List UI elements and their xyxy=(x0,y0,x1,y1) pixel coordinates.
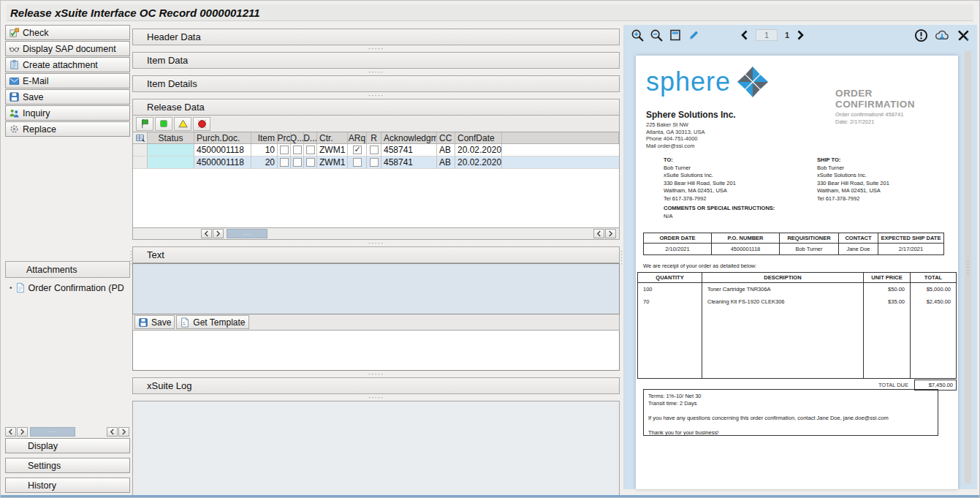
tools-icon xyxy=(957,29,970,42)
item-data-section[interactable]: Item Data xyxy=(132,52,620,69)
save-icon xyxy=(138,317,148,328)
splitter-grip[interactable] xyxy=(132,92,620,99)
col-r[interactable]: R xyxy=(367,132,381,144)
chevron-left-icon[interactable] xyxy=(593,229,604,238)
table-row[interactable]: 4500001118 20 ZWM1 458741 AB 20.02.2020 xyxy=(133,156,619,169)
d-checkbox[interactable] xyxy=(306,146,315,154)
col-item[interactable]: Item xyxy=(251,132,278,144)
items-header: TOTAL xyxy=(911,273,956,283)
select-all-icon[interactable] xyxy=(133,132,148,144)
chevron-right-icon[interactable] xyxy=(17,427,28,437)
previous-page-button[interactable] xyxy=(740,30,748,40)
viewer-splitter-grip[interactable] xyxy=(965,51,971,483)
green-flag-button[interactable] xyxy=(136,117,153,131)
col-cc[interactable]: CC xyxy=(437,132,455,144)
document-header: ORDER CONFIRMATION Order confirmation# 4… xyxy=(835,88,945,125)
prc-checkbox[interactable] xyxy=(280,158,289,167)
col-acknowledgment[interactable]: Acknowledgment xyxy=(381,132,437,144)
col-status[interactable]: Status xyxy=(148,132,194,144)
text-edit-area[interactable] xyxy=(132,331,620,371)
col-confdate[interactable]: ConfDate xyxy=(455,132,502,144)
chevron-left-icon[interactable] xyxy=(5,427,16,437)
display-sap-document-button[interactable]: Display SAP document xyxy=(5,41,130,56)
r-checkbox[interactable] xyxy=(370,146,379,154)
splitter-grip[interactable] xyxy=(132,371,620,377)
history-button[interactable]: History xyxy=(5,478,130,493)
release-data-section[interactable]: Release Data xyxy=(132,99,620,116)
xsuite-log-section[interactable]: xSuite Log xyxy=(132,377,620,394)
items-table: QUANTITY 100 70 DESCRIPTION Toner Cartri… xyxy=(637,272,957,379)
zoom-out-button[interactable] xyxy=(647,26,666,44)
row-selector[interactable] xyxy=(133,144,148,156)
zoom-in-button[interactable] xyxy=(628,26,647,44)
attachments-section: Attachments xyxy=(5,261,130,278)
chevron-left-icon[interactable] xyxy=(107,427,118,437)
text-section[interactable]: Text xyxy=(132,246,620,263)
item-qty: 100 xyxy=(638,283,702,295)
col-arq[interactable]: ARq xyxy=(348,132,367,144)
item-details-section[interactable]: Item Details xyxy=(132,75,620,92)
check-button[interactable]: Check xyxy=(5,25,130,40)
get-template-button[interactable]: Get Template xyxy=(176,315,248,329)
to-line: xSuite Solutions Inc. xyxy=(664,172,736,180)
next-page-button[interactable] xyxy=(797,30,805,40)
arq-checkbox[interactable] xyxy=(353,146,362,154)
ctr-cell: ZWM1 xyxy=(317,156,348,169)
col-ctr[interactable]: Ctr. xyxy=(317,132,348,144)
right-splitter[interactable] xyxy=(620,25,623,491)
attachments-header[interactable]: Attachments xyxy=(5,261,130,278)
create-attachment-button[interactable]: Create attachment xyxy=(5,57,130,72)
alert-button[interactable] xyxy=(911,26,930,44)
replace-button[interactable]: Replace xyxy=(5,121,130,137)
green-square-button[interactable] xyxy=(155,117,172,131)
button-label: Save xyxy=(151,317,171,328)
order-info-value: Jane Doe xyxy=(839,244,878,254)
prc-checkbox[interactable] xyxy=(280,146,289,154)
attachment-item[interactable]: • Order Confirmation (PD xyxy=(10,282,124,293)
splitter-grip[interactable] xyxy=(132,394,620,401)
row-selector[interactable] xyxy=(133,156,148,169)
red-circle-button[interactable] xyxy=(193,117,210,131)
splitter-grip[interactable] xyxy=(132,240,620,246)
splitter-grip[interactable] xyxy=(132,69,620,75)
fit-page-button[interactable] xyxy=(666,26,685,44)
display-button[interactable]: Display xyxy=(5,438,130,453)
scrollbar-thumb[interactable] xyxy=(227,229,267,238)
col-purch-doc[interactable]: Purch.Doc. xyxy=(194,132,251,144)
download-button[interactable] xyxy=(932,26,951,44)
yellow-triangle-button[interactable] xyxy=(174,117,191,131)
scrollbar-thumb[interactable] xyxy=(30,427,75,437)
highlighter-button[interactable] xyxy=(685,26,704,44)
title-bar: Release xSuite Interface OC Record 00000… xyxy=(7,4,973,21)
tools-button[interactable] xyxy=(954,26,973,44)
settings-button[interactable]: Settings xyxy=(5,458,130,473)
inquiry-button[interactable]: Inquiry xyxy=(5,105,130,121)
red-circle-icon xyxy=(197,118,208,129)
order-confirmation-number: Order confirmation# 458741 xyxy=(835,111,945,118)
arq-checkbox[interactable] xyxy=(353,158,362,167)
q-checkbox[interactable] xyxy=(293,158,302,167)
to-line: 330 Bear Hill Road, Suite 201 xyxy=(664,180,736,188)
splitter-grip[interactable] xyxy=(132,45,620,52)
table-row[interactable]: 4500001118 10 ZWM1 458741 AB 20.02.2020 xyxy=(133,144,619,156)
save-button[interactable]: Save xyxy=(5,89,130,105)
col-prc[interactable]: Prc xyxy=(278,132,291,144)
chevron-left-icon[interactable] xyxy=(201,229,212,238)
attachments-header-label: Attachments xyxy=(26,265,77,275)
q-checkbox[interactable] xyxy=(293,146,302,154)
create-attachment-icon xyxy=(9,59,20,70)
chevron-right-icon[interactable] xyxy=(213,229,224,238)
col-q[interactable]: Q... xyxy=(291,132,304,144)
email-button[interactable]: E-Mail xyxy=(5,73,130,88)
item-total: $5,000.00 xyxy=(911,283,956,295)
d-checkbox[interactable] xyxy=(306,158,315,167)
header-data-section[interactable]: Header Data xyxy=(132,29,620,45)
page-number-input[interactable] xyxy=(756,29,778,41)
chevron-right-icon[interactable] xyxy=(118,427,129,437)
r-checkbox[interactable] xyxy=(370,158,379,167)
text-save-button[interactable]: Save xyxy=(134,315,175,329)
chevron-right-icon[interactable] xyxy=(605,229,616,238)
col-d[interactable]: D... xyxy=(304,132,317,144)
text-display-area[interactable] xyxy=(132,263,620,314)
terms-line: If you have any questions concerning thi… xyxy=(648,415,933,422)
